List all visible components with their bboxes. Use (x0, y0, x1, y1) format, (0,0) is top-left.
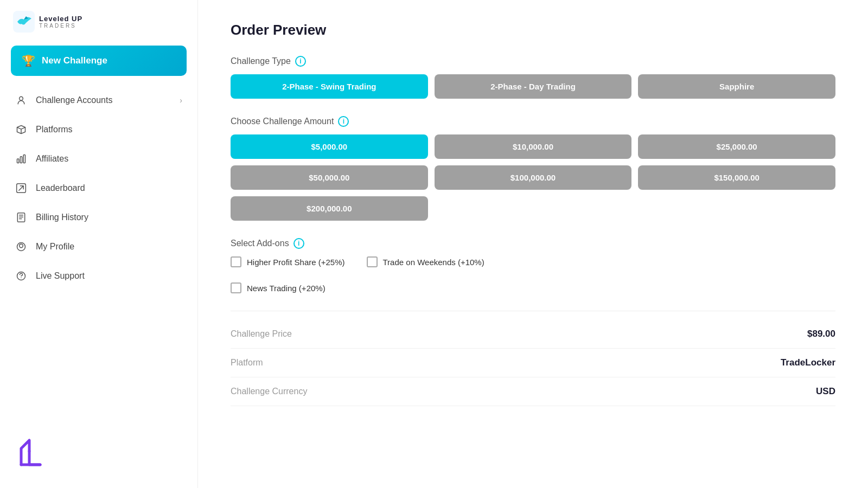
currency-row: Challenge Currency USD (231, 377, 835, 406)
chevron-right-icon: › (180, 96, 182, 105)
svg-rect-2 (17, 159, 19, 163)
addon-profit-share-label: Higher Profit Share (+25%) (247, 258, 345, 267)
challenge-type-section: Challenge Type i 2-Phase - Swing Trading… (231, 56, 835, 99)
addon-weekends: Trade on Weekends (+10%) (367, 256, 484, 267)
addon-news-trading-checkbox[interactable] (231, 282, 241, 293)
challenge-amount-section: Choose Challenge Amount i $5,000.00 $10,… (231, 116, 835, 221)
leaderboard-icon (15, 182, 27, 194)
sidebar-item-challenge-accounts[interactable]: Challenge Accounts › (7, 87, 191, 114)
page-title: Order Preview (231, 22, 835, 38)
live-support-icon (15, 270, 27, 282)
brand-logo-icon (13, 11, 35, 33)
sidebar-item-platforms[interactable]: Platforms (7, 116, 191, 143)
addons-info-icon[interactable]: i (293, 238, 304, 249)
billing-history-label: Billing History (36, 213, 88, 222)
addons-first-row: Higher Profit Share (+25%) Trade on Week… (231, 256, 835, 275)
type-swing-trading-button[interactable]: 2-Phase - Swing Trading (231, 74, 428, 99)
trophy-icon: 🏆 (22, 54, 35, 67)
sidebar-item-leaderboard[interactable]: Leaderboard (7, 175, 191, 202)
addons-label: Select Add-ons i (231, 238, 835, 249)
sidebar: Leveled UP TRADERS 🏆 New Challenge Chall… (0, 0, 198, 488)
affiliates-label: Affiliates (36, 154, 68, 164)
addon-weekends-label: Trade on Weekends (+10%) (383, 258, 484, 267)
challenge-amount-label: Choose Challenge Amount i (231, 116, 835, 127)
svg-point-7 (20, 244, 23, 248)
challenge-price-row: Challenge Price $89.00 (231, 320, 835, 349)
challenge-type-info-icon[interactable]: i (295, 56, 306, 67)
type-day-trading-button[interactable]: 2-Phase - Day Trading (435, 74, 632, 99)
amount-50k-button[interactable]: $50,000.00 (231, 165, 428, 190)
brand-sub: TRADERS (39, 23, 82, 29)
svg-rect-4 (23, 155, 25, 163)
platform-row: Platform TradeLocker (231, 349, 835, 377)
new-challenge-label: New Challenge (42, 55, 107, 66)
amount-100k-button[interactable]: $100,000.00 (435, 165, 632, 190)
amount-5k-button[interactable]: $5,000.00 (231, 134, 428, 159)
type-sapphire-button[interactable]: Sapphire (638, 74, 835, 99)
addons-section: Select Add-ons i Higher Profit Share (+2… (231, 238, 835, 293)
addon-news-trading: News Trading (+20%) (231, 282, 835, 293)
amount-150k-button[interactable]: $150,000.00 (638, 165, 835, 190)
currency-value: USD (816, 386, 835, 397)
billing-history-icon (15, 211, 27, 223)
challenge-amount-buttons: $5,000.00 $10,000.00 $25,000.00 $50,000.… (231, 134, 835, 221)
challenge-price-label: Challenge Price (231, 329, 292, 339)
sidebar-nav: Challenge Accounts › Platforms Affiliate… (0, 87, 197, 290)
sidebar-item-live-support[interactable]: Live Support (7, 262, 191, 290)
new-challenge-button[interactable]: 🏆 New Challenge (11, 46, 187, 76)
addon-news-trading-label: News Trading (+20%) (247, 284, 326, 293)
sidebar-bottom-logo (0, 422, 197, 488)
main-content: Order Preview Challenge Type i 2-Phase -… (198, 0, 868, 488)
leaderboard-label: Leaderboard (36, 183, 85, 193)
addon-profit-share-checkbox[interactable] (231, 256, 241, 267)
amount-200k-button[interactable]: $200,000.00 (231, 196, 428, 221)
challenge-accounts-label: Challenge Accounts (36, 95, 112, 105)
logo-area: Leveled UP TRADERS (0, 0, 197, 41)
live-support-label: Live Support (36, 271, 85, 281)
challenge-accounts-icon (15, 94, 27, 106)
affiliates-icon (15, 153, 27, 165)
brand-name: Leveled UP (39, 15, 82, 23)
svg-rect-3 (20, 157, 22, 163)
currency-label: Challenge Currency (231, 387, 307, 396)
amount-25k-button[interactable]: $25,000.00 (638, 134, 835, 159)
svg-rect-6 (17, 213, 24, 222)
sidebar-item-billing-history[interactable]: Billing History (7, 204, 191, 231)
platform-value: TradeLocker (781, 357, 835, 368)
my-profile-icon (15, 241, 27, 253)
challenge-type-label: Challenge Type i (231, 56, 835, 67)
challenge-amount-info-icon[interactable]: i (338, 116, 349, 127)
svg-point-1 (20, 97, 23, 100)
challenge-price-value: $89.00 (807, 329, 835, 339)
my-profile-label: My Profile (36, 242, 74, 252)
summary-section: Challenge Price $89.00 Platform TradeLoc… (231, 311, 835, 406)
bottom-logo-icon (13, 435, 51, 473)
platforms-label: Platforms (36, 125, 73, 134)
brand-text: Leveled UP TRADERS (39, 15, 82, 29)
addon-weekends-checkbox[interactable] (367, 256, 378, 267)
addon-profit-share: Higher Profit Share (+25%) (231, 256, 345, 267)
platforms-icon (15, 124, 27, 136)
amount-10k-button[interactable]: $10,000.00 (435, 134, 632, 159)
sidebar-item-my-profile[interactable]: My Profile (7, 233, 191, 260)
sidebar-item-affiliates[interactable]: Affiliates (7, 145, 191, 172)
platform-label: Platform (231, 358, 263, 368)
challenge-type-buttons: 2-Phase - Swing Trading 2-Phase - Day Tr… (231, 74, 835, 99)
